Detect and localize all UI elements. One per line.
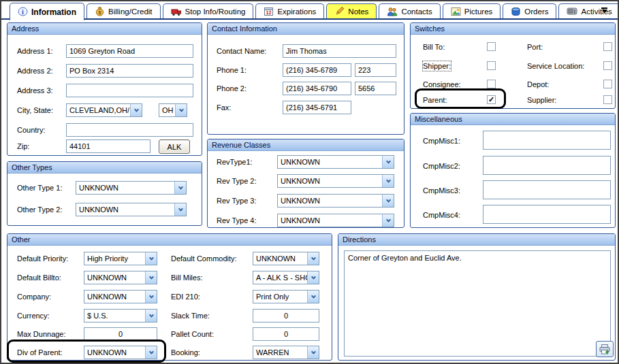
revtype3-combo[interactable]: UNKNOWN xyxy=(277,194,394,208)
address1-field[interactable] xyxy=(66,44,193,58)
city-state-combo[interactable]: CLEVELAND,OH/ xyxy=(66,103,142,117)
div-of-parent-combo[interactable]: UNKNOWN xyxy=(84,346,157,359)
tab-information[interactable]: i Information xyxy=(10,3,84,20)
phone1-ext-field[interactable] xyxy=(355,63,396,77)
calendar-icon: 12 xyxy=(264,6,274,16)
chevron-down-icon[interactable] xyxy=(382,195,394,207)
tab-billing-credit[interactable]: $ Billing/Credit xyxy=(86,3,161,18)
cmpmisc1-label: CmpMisc1: xyxy=(423,136,460,146)
phone2-field[interactable] xyxy=(283,82,351,95)
tab-orders[interactable]: Orders xyxy=(503,3,556,18)
bill-miles-value: A - ALK S - SHO xyxy=(253,271,307,284)
slack-time-field[interactable] xyxy=(253,309,319,322)
company-label: Company: xyxy=(17,292,51,301)
address-section-header: Address xyxy=(7,23,202,35)
directions-textarea[interactable]: Corner of Greyton and Euclid Ave. xyxy=(344,250,611,357)
chevron-down-icon[interactable] xyxy=(382,175,394,187)
print-directions-button[interactable] xyxy=(596,341,614,357)
phone2-ext-field[interactable] xyxy=(355,82,396,95)
state-combo[interactable]: OH xyxy=(159,103,187,117)
currency-combo[interactable]: $ U.S. xyxy=(84,309,157,322)
service-location-checkbox[interactable] xyxy=(603,61,612,70)
div-of-parent-label: Div of Parent: xyxy=(17,348,63,357)
miscellaneous-section: Miscellaneous CmpMisc1: CmpMisc2: CmpMis… xyxy=(410,113,616,228)
chevron-down-icon[interactable] xyxy=(145,310,157,322)
max-dunnage-field[interactable] xyxy=(84,327,157,341)
default-commodity-combo[interactable]: UNKNOWN xyxy=(253,252,319,265)
revtype1-combo[interactable]: UNKNOWN xyxy=(277,155,394,169)
cmpmisc3-field[interactable] xyxy=(483,180,611,199)
bill-miles-combo[interactable]: A - ALK S - SHO xyxy=(253,271,319,284)
chevron-down-icon[interactable] xyxy=(307,291,319,303)
max-dunnage-label: Max Dunnage: xyxy=(17,329,66,339)
city-state-value: CLEVELAND,OH/ xyxy=(67,104,130,116)
edi-210-combo[interactable]: Print Only xyxy=(253,290,319,303)
info-icon: i xyxy=(18,7,28,17)
booking-value: WARREN xyxy=(253,346,307,359)
zip-field[interactable] xyxy=(66,139,150,153)
chevron-down-icon[interactable] xyxy=(145,252,157,265)
booking-combo[interactable]: WARREN xyxy=(253,346,319,359)
bill-to-checkbox[interactable] xyxy=(487,42,496,51)
other-types-section-header: Other Types xyxy=(7,162,202,173)
chevron-down-icon[interactable] xyxy=(145,346,157,359)
people-icon xyxy=(387,7,398,16)
tab-notes[interactable]: Notes xyxy=(326,3,377,18)
shipper-checkbox[interactable] xyxy=(487,61,496,70)
consignee-checkbox[interactable] xyxy=(487,80,496,88)
company-combo[interactable]: UNKNOWN xyxy=(84,290,157,303)
country-field[interactable] xyxy=(66,123,193,137)
tab-stop-info-routing[interactable]: Stop Info/Routing xyxy=(163,3,254,18)
alk-button[interactable]: ALK xyxy=(159,139,190,154)
truck-icon xyxy=(171,7,182,16)
chevron-down-icon[interactable] xyxy=(174,182,186,194)
default-billto-combo[interactable]: UNKNOWN xyxy=(84,271,157,284)
contact-name-label: Contact Name: xyxy=(217,46,266,56)
cmpmisc4-field[interactable] xyxy=(483,205,611,224)
chevron-down-icon[interactable] xyxy=(307,252,319,265)
zip-label: Zip: xyxy=(17,142,29,151)
contact-name-field[interactable] xyxy=(283,44,396,58)
tab-contacts[interactable]: Contacts xyxy=(379,3,440,18)
default-billto-label: Default Billto: xyxy=(17,273,61,282)
pallet-count-field[interactable] xyxy=(253,327,319,341)
tab-label: Notes xyxy=(348,7,368,16)
tab-label: Contacts xyxy=(401,7,432,16)
tab-activities[interactable]: Activities xyxy=(558,3,619,18)
chevron-down-icon[interactable] xyxy=(382,214,394,227)
company-value: UNKNOWN xyxy=(84,291,145,303)
supplier-checkbox[interactable] xyxy=(603,95,612,104)
chevron-down-icon[interactable] xyxy=(307,346,319,359)
depot-checkbox[interactable] xyxy=(603,80,612,88)
currency-value: $ U.S. xyxy=(84,310,145,322)
chevron-down-icon[interactable] xyxy=(175,104,187,116)
port-checkbox[interactable] xyxy=(603,42,612,51)
chevron-down-icon[interactable] xyxy=(382,156,394,168)
address3-field[interactable] xyxy=(66,84,193,97)
other-type1-combo[interactable]: UNKNOWN xyxy=(76,181,187,195)
tab-expirations[interactable]: 12 Expirations xyxy=(255,3,324,18)
chevron-down-icon[interactable] xyxy=(130,104,142,116)
tab-pictures[interactable]: Pictures xyxy=(443,3,501,18)
chevron-down-icon[interactable] xyxy=(145,291,157,303)
svg-text:$: $ xyxy=(99,10,101,16)
revtype2-combo[interactable]: UNKNOWN xyxy=(277,174,394,188)
chevron-down-icon[interactable] xyxy=(307,271,319,284)
chevron-down-icon[interactable] xyxy=(174,203,186,216)
revtype4-combo[interactable]: UNKNOWN xyxy=(277,214,394,227)
cmpmisc2-field[interactable] xyxy=(483,156,611,175)
chevron-down-icon[interactable] xyxy=(145,271,157,284)
tab-overflow-button[interactable] xyxy=(601,7,608,13)
parent-checkbox[interactable] xyxy=(487,95,496,104)
other-type1-label: Other Type 1: xyxy=(17,183,62,193)
other-types-section: Other Types Other Type 1: UNKNOWN Other … xyxy=(7,161,202,226)
default-billto-value: UNKNOWN xyxy=(84,271,145,284)
cmpmisc1-field[interactable] xyxy=(483,131,611,150)
default-priority-combo[interactable]: High Priority xyxy=(84,252,157,265)
other-type2-combo[interactable]: UNKNOWN xyxy=(76,203,187,216)
fax-field[interactable] xyxy=(283,101,351,114)
address2-field[interactable] xyxy=(66,64,193,78)
pallet-count-label: Pallet Count: xyxy=(171,329,214,339)
phone1-field[interactable] xyxy=(283,63,351,77)
revtype4-value: UNKNOWN xyxy=(278,214,382,227)
